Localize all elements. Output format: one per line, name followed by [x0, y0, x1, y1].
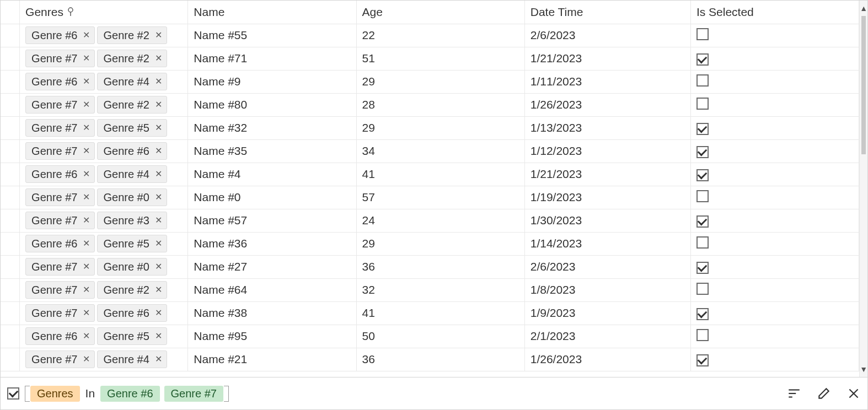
cell-date[interactable]: 1/12/2023 — [524, 139, 690, 163]
cell-genres[interactable]: Genre #6✕Genre #4✕ — [20, 70, 188, 93]
genre-tag[interactable]: Genre #4✕ — [97, 73, 167, 90]
close-icon[interactable]: ✕ — [83, 31, 90, 40]
col-header-genres[interactable]: Genres — [20, 1, 188, 24]
cell-date[interactable]: 1/14/2023 — [524, 232, 690, 255]
selected-checkbox[interactable] — [696, 262, 709, 274]
cell-genres[interactable]: Genre #6✕Genre #2✕ — [20, 24, 188, 47]
cell-date[interactable]: 2/6/2023 — [524, 255, 690, 278]
col-header-selected[interactable]: Is Selected — [690, 1, 859, 24]
close-icon[interactable]: ✕ — [155, 262, 162, 271]
filter-enable-checkbox[interactable] — [7, 387, 19, 400]
cell-age[interactable]: 36 — [356, 255, 524, 278]
cell-genres[interactable]: Genre #7✕Genre #6✕ — [20, 301, 188, 325]
cell-selected[interactable] — [690, 301, 859, 325]
close-icon[interactable]: ✕ — [83, 123, 90, 132]
selected-checkbox[interactable] — [696, 354, 709, 366]
cell-selected[interactable] — [690, 348, 859, 371]
cell-name[interactable]: Name #27 — [188, 255, 356, 278]
genre-tag[interactable]: Genre #7✕ — [25, 119, 95, 137]
close-icon[interactable]: ✕ — [155, 239, 162, 248]
cell-name[interactable]: Name #32 — [188, 116, 356, 139]
row-indicator[interactable] — [1, 163, 20, 186]
genre-tag[interactable]: Genre #6✕ — [97, 304, 167, 322]
cell-name[interactable]: Name #21 — [188, 348, 356, 371]
cell-age[interactable]: 29 — [356, 232, 524, 255]
cell-date[interactable]: 1/9/2023 — [524, 301, 690, 325]
close-icon[interactable]: ✕ — [155, 123, 162, 132]
row-indicator[interactable] — [1, 186, 20, 209]
cell-selected[interactable] — [690, 186, 859, 209]
genre-tag[interactable]: Genre #7✕ — [25, 212, 95, 229]
close-icon[interactable]: ✕ — [155, 147, 162, 155]
selected-checkbox[interactable] — [696, 146, 709, 158]
table-row[interactable]: Genre #6✕Genre #4✕Name #4411/21/2023 — [1, 163, 859, 186]
selected-checkbox[interactable] — [696, 329, 709, 341]
row-indicator[interactable] — [1, 209, 20, 232]
selected-checkbox[interactable] — [696, 98, 709, 110]
vertical-scrollbar[interactable]: ▲ ▼ — [859, 1, 867, 377]
cell-date[interactable]: 2/1/2023 — [524, 325, 690, 348]
close-icon[interactable]: ✕ — [83, 239, 90, 248]
clear-filter-icon[interactable] — [846, 386, 861, 401]
cell-name[interactable]: Name #36 — [188, 232, 356, 255]
row-indicator[interactable] — [1, 139, 20, 163]
cell-date[interactable]: 1/19/2023 — [524, 186, 690, 209]
table-row[interactable]: Genre #7✕Genre #3✕Name #57241/30/2023 — [1, 209, 859, 232]
cell-age[interactable]: 28 — [356, 93, 524, 116]
close-icon[interactable]: ✕ — [155, 285, 162, 294]
row-indicator[interactable] — [1, 255, 20, 278]
genre-tag[interactable]: Genre #6✕ — [25, 165, 95, 183]
row-indicator[interactable] — [1, 232, 20, 255]
close-icon[interactable]: ✕ — [83, 262, 90, 271]
cell-genres[interactable]: Genre #7✕Genre #3✕ — [20, 209, 188, 232]
selected-checkbox[interactable] — [696, 123, 709, 135]
close-icon[interactable]: ✕ — [155, 309, 162, 317]
cell-name[interactable]: Name #4 — [188, 163, 356, 186]
filter-field-chip[interactable]: Genres — [30, 386, 80, 402]
close-icon[interactable]: ✕ — [83, 193, 90, 202]
genre-tag[interactable]: Genre #6✕ — [25, 327, 95, 345]
close-icon[interactable]: ✕ — [83, 309, 90, 317]
genre-tag[interactable]: Genre #4✕ — [97, 165, 167, 183]
selected-checkbox[interactable] — [696, 74, 709, 87]
cell-date[interactable]: 1/11/2023 — [524, 70, 690, 93]
genre-tag[interactable]: Genre #0✕ — [97, 258, 167, 276]
col-header-date[interactable]: Date Time — [524, 1, 690, 24]
filter-value-chip[interactable]: Genre #7 — [164, 386, 223, 402]
cell-name[interactable]: Name #95 — [188, 325, 356, 348]
close-icon[interactable]: ✕ — [83, 170, 90, 179]
close-icon[interactable]: ✕ — [155, 31, 162, 40]
cell-date[interactable]: 1/21/2023 — [524, 47, 690, 70]
cell-age[interactable]: 29 — [356, 116, 524, 139]
row-indicator[interactable] — [1, 301, 20, 325]
cell-genres[interactable]: Genre #7✕Genre #2✕ — [20, 278, 188, 301]
close-icon[interactable]: ✕ — [155, 77, 162, 86]
genre-tag[interactable]: Genre #2✕ — [97, 96, 167, 114]
genre-tag[interactable]: Genre #2✕ — [97, 50, 167, 67]
genre-tag[interactable]: Genre #5✕ — [97, 327, 167, 345]
cell-selected[interactable] — [690, 139, 859, 163]
cell-age[interactable]: 32 — [356, 278, 524, 301]
table-row[interactable]: Genre #7✕Genre #5✕Name #32291/13/2023 — [1, 116, 859, 139]
table-row[interactable]: Genre #7✕Genre #6✕Name #38411/9/2023 — [1, 301, 859, 325]
cell-selected[interactable] — [690, 255, 859, 278]
cell-genres[interactable]: Genre #7✕Genre #0✕ — [20, 255, 188, 278]
row-indicator[interactable] — [1, 24, 20, 47]
close-icon[interactable]: ✕ — [83, 77, 90, 86]
filter-applied-icon[interactable] — [67, 7, 74, 17]
cell-age[interactable]: 50 — [356, 325, 524, 348]
genre-tag[interactable]: Genre #7✕ — [25, 258, 95, 276]
close-icon[interactable]: ✕ — [155, 216, 162, 225]
cell-selected[interactable] — [690, 209, 859, 232]
cell-genres[interactable]: Genre #7✕Genre #2✕ — [20, 47, 188, 70]
row-indicator[interactable] — [1, 70, 20, 93]
row-indicator[interactable] — [1, 47, 20, 70]
table-row[interactable]: Genre #7✕Genre #2✕Name #64321/8/2023 — [1, 278, 859, 301]
row-indicator[interactable] — [1, 93, 20, 116]
cell-date[interactable]: 1/13/2023 — [524, 116, 690, 139]
col-header-age[interactable]: Age — [356, 1, 524, 24]
genre-tag[interactable]: Genre #2✕ — [97, 26, 167, 44]
genre-tag[interactable]: Genre #6✕ — [97, 142, 167, 160]
genre-tag[interactable]: Genre #6✕ — [25, 235, 95, 252]
table-row[interactable]: Genre #7✕Genre #2✕Name #71511/21/2023 — [1, 47, 859, 70]
